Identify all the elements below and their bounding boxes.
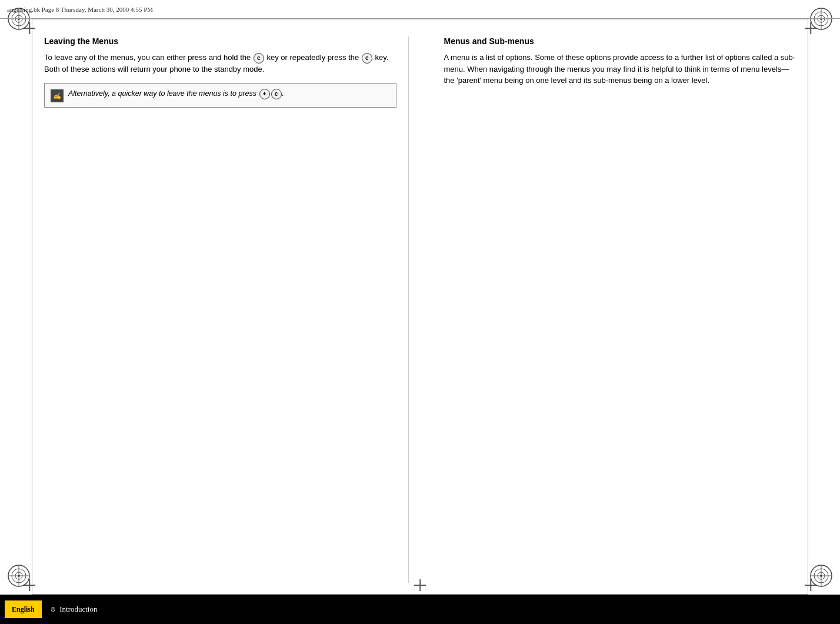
right-heading: Menus and Sub-menus (444, 36, 796, 46)
key-c-icon-1: c (254, 53, 264, 64)
left-column: Leaving the Menus To leave any of the me… (44, 36, 409, 583)
header-text: angelsing.bk Page 8 Thursday, March 30, … (7, 6, 153, 13)
footer-section: Introduction (59, 605, 97, 614)
main-content: Leaving the Menus To leave any of the me… (32, 19, 808, 595)
key-plus-icon: + (259, 89, 270, 99)
left-body-text: To leave any of the menus, you can eithe… (44, 52, 396, 75)
english-tab: English (5, 600, 42, 618)
right-column: Menus and Sub-menus A menu is a list of … (432, 36, 796, 583)
key-c-icon-3: c (271, 89, 282, 99)
right-margin (808, 19, 840, 595)
bottom-bar: English 8 Introduction (0, 595, 840, 624)
left-margin (0, 19, 32, 595)
left-heading: Leaving the Menus (44, 36, 396, 46)
page-number: 8 (51, 605, 55, 614)
key-c-icon-2: c (362, 53, 372, 64)
content-area: Leaving the Menus To leave any of the me… (0, 19, 840, 595)
top-bar: angelsing.bk Page 8 Thursday, March 30, … (0, 0, 840, 19)
note-icon: ✍ (51, 89, 64, 102)
note-box: ✍ Alternatively, a quicker way to leave … (44, 83, 396, 108)
note-text: Alternatively, a quicker way to leave th… (68, 88, 284, 99)
right-body-text: A menu is a list of options. Some of the… (444, 52, 796, 86)
